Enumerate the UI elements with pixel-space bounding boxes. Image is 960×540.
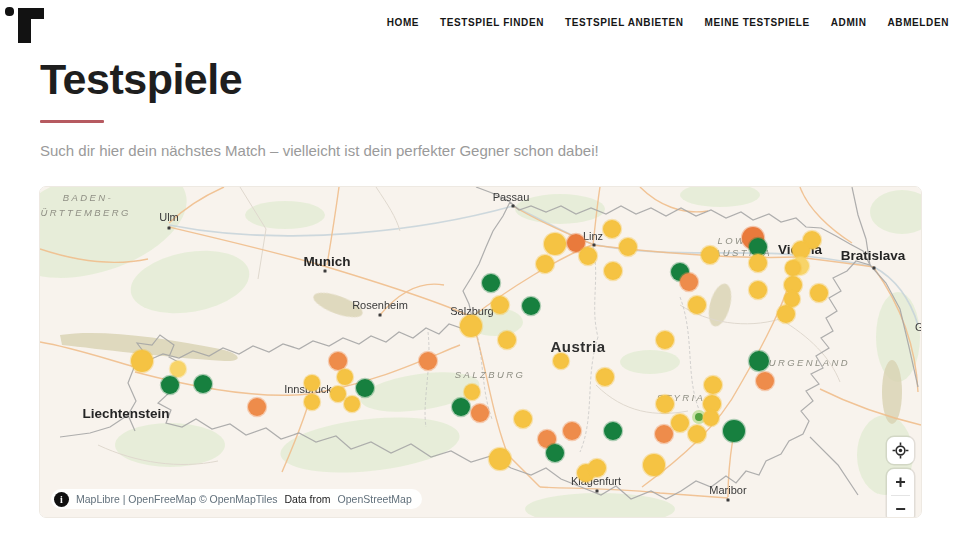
match-marker[interactable] [579,247,597,265]
match-marker[interactable] [536,255,554,273]
match-marker[interactable] [304,394,320,410]
city-point [596,490,599,493]
logo-dot-icon [5,7,14,16]
match-marker[interactable] [643,454,665,476]
match-marker[interactable] [356,379,374,397]
match-marker[interactable] [596,368,614,386]
match-marker[interactable] [777,305,795,323]
match-marker[interactable] [452,398,470,416]
match-marker[interactable] [671,414,689,432]
city-point [379,314,382,317]
main-nav: HOME TESTSPIEL FINDEN TESTSPIEL ANBIETEN… [387,17,949,28]
map-attribution: i MapLibre | OpenFreeMap © OpenMapTiles … [51,489,422,509]
match-marker[interactable] [553,353,569,369]
zoom-out-button[interactable]: − [887,496,914,517]
match-marker[interactable] [304,375,320,391]
map-label: Gy [915,321,921,333]
site-header: HOME TESTSPIEL FINDEN TESTSPIEL ANBIETEN… [0,0,960,46]
match-marker[interactable] [460,315,482,337]
match-marker[interactable] [749,281,767,299]
zoom-in-button[interactable]: + [887,469,914,495]
city-point [873,267,876,270]
match-marker[interactable] [749,351,769,371]
match-marker[interactable] [546,444,564,462]
match-marker[interactable] [464,384,480,400]
match-marker[interactable] [330,386,346,402]
match-marker[interactable] [491,296,509,314]
match-marker[interactable] [655,425,673,443]
page-title: Testspiele [40,55,920,104]
nav-admin[interactable]: ADMIN [831,17,867,28]
match-marker[interactable] [656,331,674,349]
match-marker[interactable] [756,372,774,390]
match-marker[interactable] [563,422,581,440]
logo-t-glyph-top [18,8,44,19]
match-marker[interactable] [680,273,698,291]
match-marker[interactable] [522,297,540,315]
match-marker[interactable] [588,459,606,477]
nav-meine-testspiele[interactable]: MEINE TESTSPIELE [705,17,810,28]
nav-home[interactable]: HOME [387,17,419,28]
city-point [324,270,327,273]
match-marker[interactable] [194,375,212,393]
nav-testspiel-anbieten[interactable]: TESTSPIEL ANBIETEN [565,17,684,28]
map-label: Liechtenstein [82,406,169,421]
match-marker[interactable] [749,254,767,272]
match-marker[interactable] [248,398,266,416]
match-marker[interactable] [471,404,489,422]
map-label: Munich [303,254,350,269]
match-marker[interactable] [161,376,179,394]
map-canvas: BADEN-WÜRTTEMBERGUlmMunichPassauLinzRose… [40,187,921,517]
attribution-links[interactable]: MapLibre | OpenFreeMap © OpenMapTiles [76,493,278,505]
map-label: WÜRTTEMBERG [40,207,131,218]
match-marker[interactable] [419,352,437,370]
match-marker[interactable] [656,395,674,413]
match-marker[interactable] [703,410,719,426]
zoom-control: + − [887,469,914,517]
map-label: Rosenheim [352,299,408,311]
match-marker[interactable] [544,233,566,255]
nav-abmelden[interactable]: ABMELDEN [888,17,949,28]
match-marker[interactable] [688,296,706,314]
match-marker[interactable] [701,246,719,264]
match-marker[interactable] [498,331,516,349]
match-marker[interactable] [604,262,622,280]
geolocate-icon [891,441,910,460]
city-point [727,499,730,502]
match-marker[interactable] [170,361,186,377]
match-marker[interactable] [604,422,622,440]
geolocate-button[interactable] [887,437,914,464]
match-marker[interactable] [344,396,360,412]
match-marker[interactable] [704,376,722,394]
match-marker[interactable] [688,425,706,443]
match-marker[interactable] [785,260,801,276]
map-label: Passau [493,191,530,203]
match-marker[interactable] [619,238,637,256]
match-marker[interactable] [723,420,745,442]
city-point [168,227,171,230]
match-marker[interactable] [603,220,621,238]
nav-testspiel-finden[interactable]: TESTSPIEL FINDEN [440,17,544,28]
attribution-info-icon[interactable]: i [54,492,69,507]
match-marker[interactable] [131,350,153,372]
match-marker[interactable] [329,352,347,370]
match-marker[interactable] [482,274,500,292]
match-marker[interactable] [514,410,532,428]
city-point [593,244,596,247]
map-label: Bratislava [841,248,906,263]
map-label: BADEN- [63,192,113,203]
title-accent-divider [40,120,104,123]
brand-logo[interactable] [5,5,49,43]
page-subtitle: Such dir hier dein nächstes Match – viel… [40,142,920,159]
city-point [512,205,515,208]
map-label: SALZBURG [455,369,525,380]
match-marker[interactable] [337,369,353,385]
map-label: BURGENLAND [760,357,850,368]
map-label: Ulm [159,211,179,223]
attribution-plain: Data from [285,493,331,505]
attribution-osm-link[interactable]: OpenStreetMap [338,493,412,505]
map-label: Linz [583,230,603,242]
match-marker[interactable] [810,284,828,302]
matches-map[interactable]: BADEN-WÜRTTEMBERGUlmMunichPassauLinzRose… [40,187,921,517]
match-marker[interactable] [489,448,511,470]
